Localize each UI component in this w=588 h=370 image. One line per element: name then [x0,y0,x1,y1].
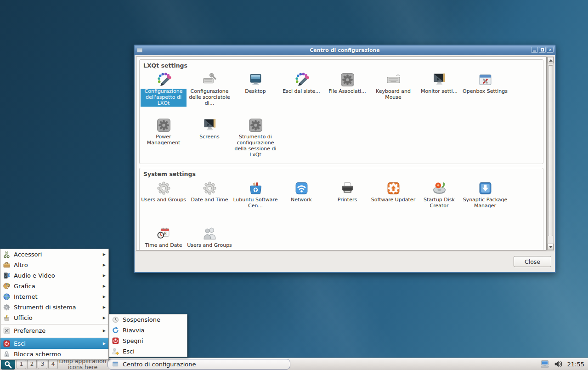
desktop: Centro di configurazione ✕ LXQt settings [0,0,588,370]
settings-item[interactable]: Openbox Settings [462,70,508,115]
system-settings-group: System settings Users and Groups Date an… [139,168,543,250]
workspace-switcher: 1234 [17,359,58,369]
group-title: LXQt settings [140,60,543,70]
gear-light-icon [156,181,171,196]
settings-item[interactable]: Screens [187,115,232,161]
submenu-arrow-icon: ▶ [103,284,106,288]
settings-item[interactable]: File Associati... [324,70,370,115]
scroll-up-button[interactable] [548,57,554,63]
submenu-item[interactable]: Sospensione ▶ [109,314,187,325]
settings-item[interactable]: Power Management [141,115,187,161]
arrow-down-icon [549,246,553,248]
scrollbar-thumb[interactable] [548,65,553,236]
settings-item[interactable]: Keyboard and Mouse [370,70,416,115]
menu-item[interactable]: Ufficio ▶ [0,313,108,323]
scroll-down-button[interactable] [548,244,554,250]
menu-item[interactable]: Blocca schermo ▶ [0,349,108,359]
suspend-clock-icon [112,316,119,324]
menu-item-label: Audio e Video [14,272,103,279]
menu-item[interactable]: Internet ▶ [0,291,108,302]
close-window-button[interactable]: ✕ [547,47,554,53]
minimize-button[interactable] [531,47,538,53]
other-tools-icon [3,261,11,269]
settings-item-label: Software Updater [371,197,415,203]
settings-item-label: Keyboard and Mouse [370,89,416,101]
settings-item-label: Openbox Settings [463,89,508,95]
submenu-arrow-icon: ▶ [103,329,106,333]
settings-item[interactable]: Network [278,178,324,224]
settings-item-label: Synaptic Package Manager [462,197,508,209]
window-title: Centro di configurazione [135,47,555,53]
window-body: LXQt settings Configurazione dell'aspett… [135,55,555,272]
menu-item-label: Preferenze [14,327,103,334]
workspace-button[interactable]: 2 [27,359,37,369]
system-tray: 21:55 [540,359,588,369]
taskbar-window-button[interactable]: Centro di configurazione [107,359,290,370]
settings-item-label: Monitor setti... [421,89,458,95]
monitor-dark-icon [432,72,447,87]
settings-item[interactable]: Esci dal siste... [278,70,324,115]
calendar-clock-icon: 8 [156,226,171,241]
settings-item[interactable]: Printers [324,178,370,224]
maximize-button[interactable] [539,47,546,53]
menu-item[interactable]: Audio e Video ▶ [0,270,108,281]
startup-disk-icon [432,181,447,196]
submenu-arrow-icon: ▶ [103,305,106,309]
settings-item-label: Desktop [245,89,266,95]
gear-dark-icon [340,72,355,87]
synaptic-icon [478,181,493,196]
window-titlebar[interactable]: Centro di configurazione ✕ [135,46,555,55]
submenu-item[interactable]: Esci ▶ [109,346,187,357]
clock[interactable]: 21:55 [567,361,584,368]
settings-item[interactable]: Startup Disk Creator [416,178,462,224]
settings-item[interactable]: Monitor setti... [416,70,462,115]
leave-submenu: Sospensione ▶ Riavvia ▶ Spegni ▶ Esci ▶ [109,314,187,357]
menu-item[interactable]: Strumenti di sistema ▶ [0,302,108,313]
lock-icon [3,350,11,358]
settings-item[interactable]: Configurazione dell'aspetto di LXQt [141,70,187,115]
software-center-icon [248,181,263,196]
window-controls: ✕ [531,47,554,53]
workspace-button[interactable]: 1 [17,359,26,369]
settings-item[interactable]: Desktop [232,70,278,115]
settings-item[interactable]: Software Updater [370,178,416,224]
vertical-scrollbar[interactable] [547,57,554,250]
menu-item-label: Ufficio [14,314,103,321]
menu-item[interactable]: Altro ▶ [0,260,108,270]
settings-item[interactable]: Strumento di configurazione della sessio… [232,115,278,161]
settings-item-label: Date and Time [191,197,228,203]
computer-display-icon[interactable] [540,359,550,369]
settings-item[interactable]: Date and Time [187,178,232,224]
submenu-item[interactable]: Riavvia ▶ [109,325,187,336]
config-center-window: Centro di configurazione ✕ LXQt settings [134,45,556,273]
menu-separator [1,337,108,337]
submenu-arrow-icon: ▶ [103,252,106,256]
dialog-close-button[interactable]: Close [514,256,551,267]
volume-icon[interactable] [554,359,564,369]
taskbar-window-label: Centro di configurazione [123,361,196,368]
submenu-item[interactable]: Spegni ▶ [109,336,187,346]
submenu-item-label: Esci [123,348,185,355]
menu-item-label: Internet [14,293,103,300]
settings-item[interactable]: Synaptic Package Manager [462,178,508,224]
graphics-icon [3,282,11,290]
openbox-icon [478,72,493,87]
settings-item[interactable]: Lubuntu Software Cen... [232,178,278,224]
workspace-button[interactable]: 4 [48,359,58,369]
settings-item[interactable]: Users and Groups [141,178,187,224]
submenu-arrow-icon: ▶ [103,342,106,346]
settings-item[interactable]: Configurazione delle scorciatoie di... [187,70,232,115]
menu-button[interactable] [1,359,15,370]
menu-item[interactable]: Accessori ▶ [0,249,108,260]
menu-item[interactable]: Grafica ▶ [0,281,108,291]
menu-item[interactable]: Esci ▶ [0,338,108,349]
workspace-button[interactable]: 3 [38,359,47,369]
settings-item[interactable]: Users and Groups [187,224,232,250]
monitor-dark-icon [202,118,217,133]
settings-item-label: Time and Date [145,243,182,249]
menu-item[interactable]: Preferenze ▶ [0,325,108,336]
lxqt-appearance-icon [294,72,309,87]
lxqt-settings-grid: Configurazione dell'aspetto di LXQt Conf… [140,70,543,164]
menu-separator [1,324,108,324]
settings-item[interactable]: 8 Time and Date [141,224,187,250]
